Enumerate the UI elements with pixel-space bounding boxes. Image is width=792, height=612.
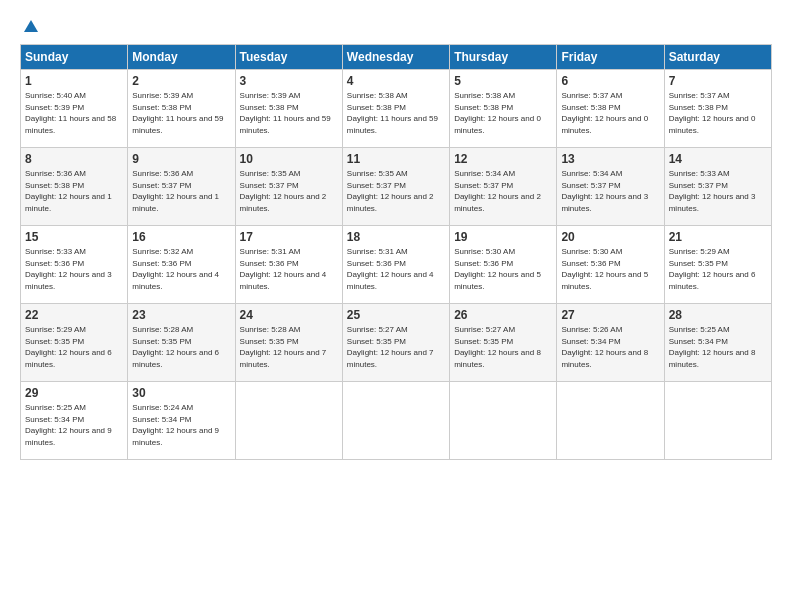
day-number: 26 [454, 308, 552, 322]
calendar-week-row: 22 Sunrise: 5:29 AM Sunset: 5:35 PM Dayl… [21, 304, 772, 382]
col-thursday: Thursday [450, 45, 557, 70]
day-info: Sunrise: 5:27 AM Sunset: 5:35 PM Dayligh… [347, 324, 445, 370]
table-row: 2 Sunrise: 5:39 AM Sunset: 5:38 PM Dayli… [128, 70, 235, 148]
day-info: Sunrise: 5:29 AM Sunset: 5:35 PM Dayligh… [669, 246, 767, 292]
table-row [342, 382, 449, 460]
table-row: 21 Sunrise: 5:29 AM Sunset: 5:35 PM Dayl… [664, 226, 771, 304]
col-tuesday: Tuesday [235, 45, 342, 70]
day-info: Sunrise: 5:34 AM Sunset: 5:37 PM Dayligh… [454, 168, 552, 214]
day-number: 27 [561, 308, 659, 322]
table-row: 7 Sunrise: 5:37 AM Sunset: 5:38 PM Dayli… [664, 70, 771, 148]
col-monday: Monday [128, 45, 235, 70]
day-info: Sunrise: 5:36 AM Sunset: 5:37 PM Dayligh… [132, 168, 230, 214]
table-row: 13 Sunrise: 5:34 AM Sunset: 5:37 PM Dayl… [557, 148, 664, 226]
day-number: 16 [132, 230, 230, 244]
day-number: 28 [669, 308, 767, 322]
table-row [664, 382, 771, 460]
day-number: 4 [347, 74, 445, 88]
day-info: Sunrise: 5:38 AM Sunset: 5:38 PM Dayligh… [454, 90, 552, 136]
svg-marker-0 [24, 20, 38, 32]
day-info: Sunrise: 5:25 AM Sunset: 5:34 PM Dayligh… [25, 402, 123, 448]
day-info: Sunrise: 5:33 AM Sunset: 5:37 PM Dayligh… [669, 168, 767, 214]
table-row: 30 Sunrise: 5:24 AM Sunset: 5:34 PM Dayl… [128, 382, 235, 460]
day-number: 22 [25, 308, 123, 322]
day-number: 17 [240, 230, 338, 244]
day-number: 25 [347, 308, 445, 322]
day-number: 15 [25, 230, 123, 244]
day-number: 24 [240, 308, 338, 322]
table-row: 26 Sunrise: 5:27 AM Sunset: 5:35 PM Dayl… [450, 304, 557, 382]
day-info: Sunrise: 5:30 AM Sunset: 5:36 PM Dayligh… [454, 246, 552, 292]
day-number: 5 [454, 74, 552, 88]
page: Sunday Monday Tuesday Wednesday Thursday… [0, 0, 792, 612]
day-info: Sunrise: 5:34 AM Sunset: 5:37 PM Dayligh… [561, 168, 659, 214]
day-number: 29 [25, 386, 123, 400]
day-number: 9 [132, 152, 230, 166]
day-number: 11 [347, 152, 445, 166]
day-info: Sunrise: 5:40 AM Sunset: 5:39 PM Dayligh… [25, 90, 123, 136]
day-info: Sunrise: 5:33 AM Sunset: 5:36 PM Dayligh… [25, 246, 123, 292]
col-sunday: Sunday [21, 45, 128, 70]
table-row [235, 382, 342, 460]
table-row: 24 Sunrise: 5:28 AM Sunset: 5:35 PM Dayl… [235, 304, 342, 382]
day-number: 30 [132, 386, 230, 400]
calendar-table: Sunday Monday Tuesday Wednesday Thursday… [20, 44, 772, 460]
table-row: 11 Sunrise: 5:35 AM Sunset: 5:37 PM Dayl… [342, 148, 449, 226]
day-info: Sunrise: 5:28 AM Sunset: 5:35 PM Dayligh… [240, 324, 338, 370]
day-info: Sunrise: 5:38 AM Sunset: 5:38 PM Dayligh… [347, 90, 445, 136]
table-row: 8 Sunrise: 5:36 AM Sunset: 5:38 PM Dayli… [21, 148, 128, 226]
day-number: 8 [25, 152, 123, 166]
day-info: Sunrise: 5:39 AM Sunset: 5:38 PM Dayligh… [240, 90, 338, 136]
table-row: 9 Sunrise: 5:36 AM Sunset: 5:37 PM Dayli… [128, 148, 235, 226]
day-info: Sunrise: 5:39 AM Sunset: 5:38 PM Dayligh… [132, 90, 230, 136]
table-row: 19 Sunrise: 5:30 AM Sunset: 5:36 PM Dayl… [450, 226, 557, 304]
day-info: Sunrise: 5:35 AM Sunset: 5:37 PM Dayligh… [347, 168, 445, 214]
day-info: Sunrise: 5:30 AM Sunset: 5:36 PM Dayligh… [561, 246, 659, 292]
table-row: 22 Sunrise: 5:29 AM Sunset: 5:35 PM Dayl… [21, 304, 128, 382]
day-number: 7 [669, 74, 767, 88]
day-info: Sunrise: 5:32 AM Sunset: 5:36 PM Dayligh… [132, 246, 230, 292]
day-info: Sunrise: 5:37 AM Sunset: 5:38 PM Dayligh… [561, 90, 659, 136]
day-number: 21 [669, 230, 767, 244]
calendar-week-row: 29 Sunrise: 5:25 AM Sunset: 5:34 PM Dayl… [21, 382, 772, 460]
table-row: 16 Sunrise: 5:32 AM Sunset: 5:36 PM Dayl… [128, 226, 235, 304]
table-row [557, 382, 664, 460]
col-wednesday: Wednesday [342, 45, 449, 70]
day-info: Sunrise: 5:25 AM Sunset: 5:34 PM Dayligh… [669, 324, 767, 370]
day-info: Sunrise: 5:37 AM Sunset: 5:38 PM Dayligh… [669, 90, 767, 136]
day-info: Sunrise: 5:27 AM Sunset: 5:35 PM Dayligh… [454, 324, 552, 370]
day-number: 13 [561, 152, 659, 166]
day-number: 23 [132, 308, 230, 322]
day-info: Sunrise: 5:26 AM Sunset: 5:34 PM Dayligh… [561, 324, 659, 370]
table-row: 27 Sunrise: 5:26 AM Sunset: 5:34 PM Dayl… [557, 304, 664, 382]
day-number: 6 [561, 74, 659, 88]
calendar-week-row: 8 Sunrise: 5:36 AM Sunset: 5:38 PM Dayli… [21, 148, 772, 226]
calendar-week-row: 15 Sunrise: 5:33 AM Sunset: 5:36 PM Dayl… [21, 226, 772, 304]
day-info: Sunrise: 5:35 AM Sunset: 5:37 PM Dayligh… [240, 168, 338, 214]
table-row: 1 Sunrise: 5:40 AM Sunset: 5:39 PM Dayli… [21, 70, 128, 148]
table-row: 23 Sunrise: 5:28 AM Sunset: 5:35 PM Dayl… [128, 304, 235, 382]
calendar-week-row: 1 Sunrise: 5:40 AM Sunset: 5:39 PM Dayli… [21, 70, 772, 148]
day-info: Sunrise: 5:31 AM Sunset: 5:36 PM Dayligh… [347, 246, 445, 292]
day-info: Sunrise: 5:24 AM Sunset: 5:34 PM Dayligh… [132, 402, 230, 448]
day-number: 10 [240, 152, 338, 166]
day-number: 3 [240, 74, 338, 88]
logo [20, 18, 40, 34]
table-row: 20 Sunrise: 5:30 AM Sunset: 5:36 PM Dayl… [557, 226, 664, 304]
table-row: 28 Sunrise: 5:25 AM Sunset: 5:34 PM Dayl… [664, 304, 771, 382]
day-number: 20 [561, 230, 659, 244]
table-row: 10 Sunrise: 5:35 AM Sunset: 5:37 PM Dayl… [235, 148, 342, 226]
day-number: 19 [454, 230, 552, 244]
day-number: 12 [454, 152, 552, 166]
col-saturday: Saturday [664, 45, 771, 70]
table-row: 25 Sunrise: 5:27 AM Sunset: 5:35 PM Dayl… [342, 304, 449, 382]
table-row: 4 Sunrise: 5:38 AM Sunset: 5:38 PM Dayli… [342, 70, 449, 148]
table-row: 29 Sunrise: 5:25 AM Sunset: 5:34 PM Dayl… [21, 382, 128, 460]
day-number: 14 [669, 152, 767, 166]
col-friday: Friday [557, 45, 664, 70]
day-number: 1 [25, 74, 123, 88]
table-row: 3 Sunrise: 5:39 AM Sunset: 5:38 PM Dayli… [235, 70, 342, 148]
day-number: 2 [132, 74, 230, 88]
day-number: 18 [347, 230, 445, 244]
day-info: Sunrise: 5:28 AM Sunset: 5:35 PM Dayligh… [132, 324, 230, 370]
